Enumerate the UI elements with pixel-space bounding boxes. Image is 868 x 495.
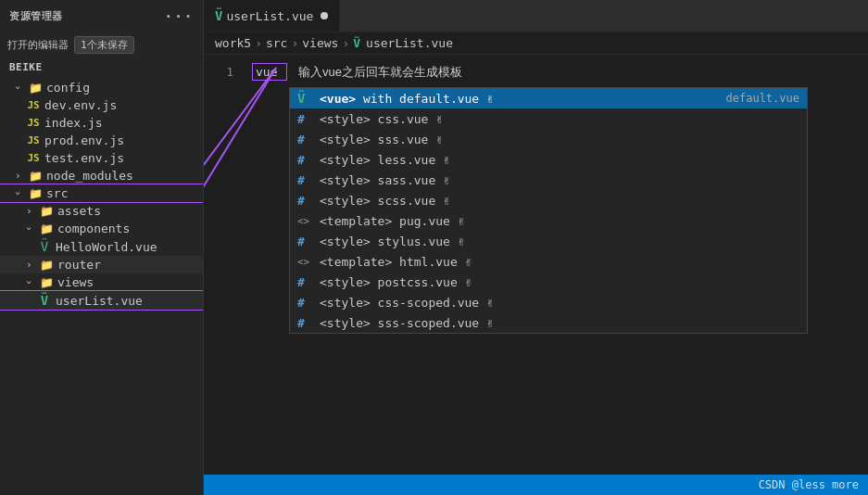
tree-item-label: HelloWorld.vue xyxy=(56,240,157,254)
tree-item-label: assets xyxy=(57,204,101,218)
hash-icon-11: # xyxy=(297,316,316,330)
autocomplete-text-3: <style> less.vue ✌ xyxy=(320,153,799,167)
autocomplete-item-4[interactable]: # <style> sass.vue ✌ xyxy=(290,170,807,190)
tree-item-src[interactable]: 📁 src xyxy=(0,184,203,202)
autocomplete-item-7[interactable]: # <style> stylus.vue ✌ xyxy=(290,231,807,251)
breadcrumb-part-3: userList.vue xyxy=(366,36,453,50)
autocomplete-detail-0: default.vue xyxy=(726,92,799,105)
tree-item-dev-env[interactable]: JS dev.env.js xyxy=(0,96,203,114)
open-editors-section: 打开的编辑器 1个未保存 xyxy=(0,32,203,57)
tab-bar: V̈ userList.vue xyxy=(204,0,868,32)
chevron-icon xyxy=(26,276,39,288)
sidebar-title: 资源管理器 xyxy=(9,9,63,23)
tree-item-node-modules[interactable]: 📁 node_modules xyxy=(0,167,203,184)
breadcrumb-sep: › xyxy=(255,36,262,50)
chevron-icon xyxy=(26,222,39,235)
chevron-icon xyxy=(15,82,28,94)
editor-content: 1 输入vue之后回车就会生成模板 V̈ <vue> with default.… xyxy=(204,55,868,495)
breadcrumb-part-2: views xyxy=(302,36,338,50)
tree-item-label: components xyxy=(57,222,130,235)
autocomplete-item-1[interactable]: # <style> css.vue ✌ xyxy=(290,108,807,129)
autocomplete-text-2: <style> sss.vue ✌ xyxy=(320,133,799,146)
line-numbers: 1 xyxy=(204,55,241,495)
autocomplete-item-8[interactable]: <> <template> html.vue ✌ xyxy=(290,251,807,272)
hash-icon-5: # xyxy=(297,194,316,208)
tree-item-helloworld[interactable]: V̈ HelloWorld.vue xyxy=(0,237,203,256)
vue-icon: V̈ xyxy=(37,239,52,254)
tree-item-label: index.js xyxy=(44,116,103,130)
tree-item-assets[interactable]: 📁 assets xyxy=(0,202,203,220)
angle-icon-8: <> xyxy=(297,256,316,268)
hash-icon-10: # xyxy=(297,296,316,310)
tree-item-label: src xyxy=(46,186,68,200)
tree-item-components[interactable]: 📁 components xyxy=(0,220,203,237)
sidebar: 资源管理器 ··· 打开的编辑器 1个未保存 BEIKE 📁 config JS… xyxy=(0,0,204,495)
autocomplete-dropdown: V̈ <vue> with default.vue ✌ default.vue … xyxy=(289,87,808,334)
autocomplete-text-11: <style> sss-scoped.vue ✌ xyxy=(320,316,799,330)
chevron-icon xyxy=(15,170,28,182)
tree-item-userlist[interactable]: V̈ userList.vue xyxy=(0,291,203,310)
sidebar-more-button[interactable]: ··· xyxy=(164,7,194,25)
sidebar-header: 资源管理器 ··· xyxy=(0,0,203,32)
autocomplete-item-11[interactable]: # <style> sss-scoped.vue ✌ xyxy=(290,312,807,333)
tree-item-label: router xyxy=(57,258,101,272)
folder-icon: 📁 xyxy=(28,170,43,183)
autocomplete-item-5[interactable]: # <style> scss.vue ✌ xyxy=(290,190,807,210)
tab-modified-dot xyxy=(321,12,328,19)
breadcrumb-part-1: src xyxy=(266,36,287,50)
status-bar: CSDN @less more xyxy=(204,475,868,495)
vue-input[interactable] xyxy=(252,63,287,81)
js-icon: JS xyxy=(26,99,41,111)
tree-item-test-env[interactable]: JS test.env.js xyxy=(0,149,203,167)
breadcrumb-sep-2: › xyxy=(291,36,298,50)
autocomplete-text-7: <style> stylus.vue ✌ xyxy=(320,235,799,248)
tree-item-label: userList.vue xyxy=(56,294,143,308)
line-number-1: 1 xyxy=(204,62,233,82)
autocomplete-text-5: <style> scss.vue ✌ xyxy=(320,194,799,208)
autocomplete-item-0[interactable]: V̈ <vue> with default.vue ✌ default.vue xyxy=(290,88,807,108)
js-icon: JS xyxy=(26,152,41,164)
tree-item-label: dev.env.js xyxy=(44,98,117,112)
breadcrumb-vue-icon: V̈ xyxy=(353,36,360,50)
autocomplete-text-0: <vue> with default.vue ✌ xyxy=(320,92,726,106)
hash-icon-3: # xyxy=(297,153,316,167)
hash-icon-2: # xyxy=(297,133,316,146)
autocomplete-item-9[interactable]: # <style> postcss.vue ✌ xyxy=(290,272,807,292)
tree-item-config[interactable]: 📁 config xyxy=(0,79,203,96)
autocomplete-item-3[interactable]: # <style> less.vue ✌ xyxy=(290,149,807,170)
vue-icon: V̈ xyxy=(37,293,52,308)
autocomplete-text-8: <template> html.vue ✌ xyxy=(320,255,799,269)
autocomplete-text-9: <style> postcss.vue ✌ xyxy=(320,275,799,289)
tree-item-prod-env[interactable]: JS prod.env.js xyxy=(0,132,203,149)
autocomplete-item-10[interactable]: # <style> css-scoped.vue ✌ xyxy=(290,292,807,312)
tab-filename: userList.vue xyxy=(226,9,313,23)
autocomplete-text-4: <style> sass.vue ✌ xyxy=(320,173,799,187)
annotation-text: 输入vue之后回车就会生成模板 xyxy=(298,62,462,82)
csdn-label: CSDN @less more xyxy=(759,478,859,491)
folder-icon: 📁 xyxy=(39,259,54,272)
hash-icon-1: # xyxy=(297,112,316,126)
breadcrumb: work5 › src › views › V̈ userList.vue xyxy=(204,32,868,55)
autocomplete-item-6[interactable]: <> <template> pug.vue ✌ xyxy=(290,210,807,231)
tab-vue-icon: V̈ xyxy=(215,8,222,23)
hash-icon-4: # xyxy=(297,173,316,187)
open-editors-label: 打开的编辑器 xyxy=(7,38,69,52)
folder-icon: 📁 xyxy=(39,276,54,289)
tree-item-label: node_modules xyxy=(46,169,133,183)
autocomplete-item-2[interactable]: # <style> sss.vue ✌ xyxy=(290,129,807,149)
angle-icon-6: <> xyxy=(297,215,316,227)
tree-item-label: test.env.js xyxy=(44,151,124,165)
hash-icon-7: # xyxy=(297,235,316,248)
tree-item-label: views xyxy=(57,275,94,289)
hash-icon-9: # xyxy=(297,275,316,289)
autocomplete-text-10: <style> css-scoped.vue ✌ xyxy=(320,296,799,310)
tree-item-index[interactable]: JS index.js xyxy=(0,114,203,132)
tree-item-router[interactable]: 📁 router xyxy=(0,256,203,273)
tab-userlist[interactable]: V̈ userList.vue xyxy=(204,0,340,32)
tree-item-views[interactable]: 📁 views xyxy=(0,273,203,291)
vue-autocomplete-icon: V̈ xyxy=(297,91,316,106)
file-tree: 📁 config JS dev.env.js JS index.js JS pr… xyxy=(0,77,203,495)
autocomplete-text-6: <template> pug.vue ✌ xyxy=(320,214,799,228)
chevron-icon xyxy=(26,205,39,217)
chevron-icon xyxy=(26,259,39,271)
